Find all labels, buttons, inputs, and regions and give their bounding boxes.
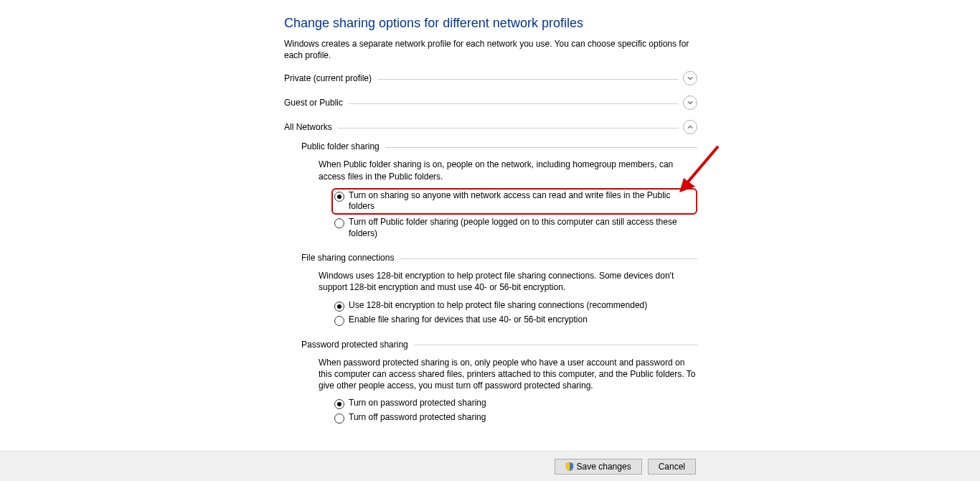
radio-icon — [334, 414, 344, 424]
subheading-label: Public folder sharing — [301, 141, 380, 151]
radio-label: Turn off Public folder sharing (people l… — [349, 217, 697, 239]
subheading-label: Password protected sharing — [301, 340, 408, 350]
chevron-down-icon[interactable] — [683, 95, 697, 110]
radio-128bit-encryption[interactable]: Use 128-bit encryption to help protect f… — [334, 299, 697, 312]
password-protected-sharing-desc: When password protected sharing is on, o… — [319, 357, 697, 392]
divider — [377, 79, 679, 80]
radio-label: Use 128-bit encryption to help protect f… — [349, 300, 647, 312]
section-private-label: Private (current profile) — [284, 73, 372, 83]
subheading-label: File sharing connections — [301, 253, 394, 263]
radio-label: Turn on password protected sharing — [349, 398, 486, 409]
cancel-button[interactable]: Cancel — [648, 459, 696, 475]
chevron-up-icon[interactable] — [683, 120, 697, 134]
public-folder-sharing-desc: When Public folder sharing is on, people… — [319, 159, 697, 182]
page-title: Change sharing options for different net… — [284, 16, 697, 31]
radio-password-sharing-off[interactable]: Turn off password protected sharing — [334, 411, 697, 424]
section-all-label: All Networks — [284, 122, 332, 132]
section-guest-public[interactable]: Guest or Public — [284, 95, 697, 110]
subheading-password-protected-sharing: Password protected sharing — [301, 340, 697, 350]
divider — [385, 147, 697, 148]
section-all-networks[interactable]: All Networks — [284, 120, 697, 134]
shield-icon — [565, 462, 574, 471]
divider — [338, 128, 679, 129]
radio-icon — [334, 316, 344, 326]
radio-public-sharing-on[interactable]: Turn on sharing so anyone with network a… — [331, 188, 697, 215]
radio-label: Turn off password protected sharing — [349, 412, 486, 424]
save-changes-label: Save changes — [577, 462, 631, 472]
divider — [414, 345, 697, 345]
radio-40-56bit-encryption[interactable]: Enable file sharing for devices that use… — [334, 314, 697, 327]
password-protected-sharing-options: Turn on password protected sharing Turn … — [334, 397, 697, 424]
section-guest-label: Guest or Public — [284, 98, 343, 108]
section-private[interactable]: Private (current profile) — [284, 71, 697, 85]
radio-icon — [334, 302, 344, 312]
file-sharing-connections-desc: Windows uses 128-bit encryption to help … — [319, 270, 697, 293]
cancel-label: Cancel — [659, 462, 685, 472]
radio-public-sharing-off[interactable]: Turn off Public folder sharing (people l… — [334, 216, 697, 240]
save-changes-button[interactable]: Save changes — [555, 459, 642, 475]
footer-bar: Save changes Cancel — [0, 451, 980, 481]
radio-label: Enable file sharing for devices that use… — [349, 314, 588, 326]
divider — [349, 103, 679, 104]
subheading-public-folder-sharing: Public folder sharing — [301, 141, 697, 151]
main-content: Change sharing options for different net… — [284, 16, 697, 437]
radio-password-sharing-on[interactable]: Turn on password protected sharing — [334, 397, 697, 410]
divider — [400, 258, 697, 259]
chevron-down-icon[interactable] — [683, 71, 697, 85]
radio-icon — [334, 399, 344, 409]
radio-label: Turn on sharing so anyone with network a… — [349, 190, 693, 213]
subheading-file-sharing-connections: File sharing connections — [301, 253, 697, 263]
page-description: Windows creates a separate network profi… — [284, 38, 697, 61]
all-networks-body: Public folder sharing When Public folder… — [301, 141, 697, 424]
radio-icon — [334, 218, 344, 228]
radio-icon — [334, 192, 344, 202]
public-folder-sharing-options: Turn on sharing so anyone with network a… — [334, 188, 697, 240]
file-sharing-connections-options: Use 128-bit encryption to help protect f… — [334, 299, 697, 327]
